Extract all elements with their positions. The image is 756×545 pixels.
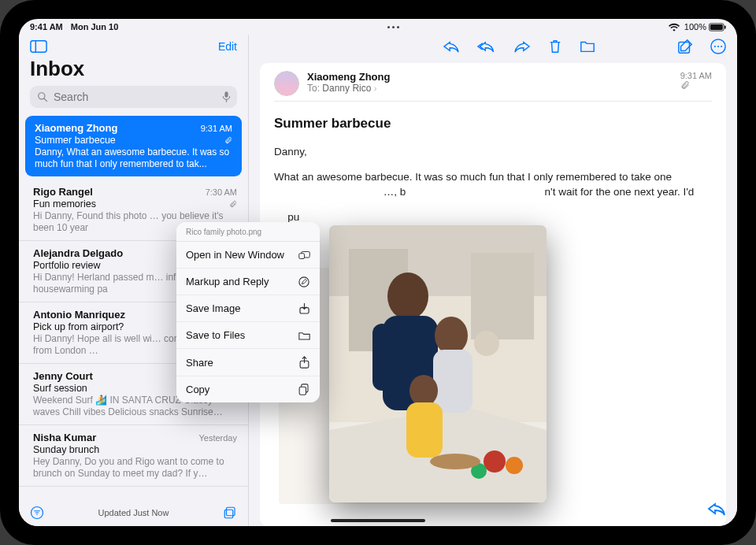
search-icon (37, 91, 48, 102)
svg-rect-2 (724, 25, 726, 28)
screen: 9:41 AM Mon Jun 10 100% (19, 19, 737, 526)
svg-point-19 (721, 46, 722, 47)
svg-rect-38 (298, 253, 304, 258)
list-item-sender: Alejandra Delgado (33, 247, 123, 259)
attachment-icon (229, 200, 237, 208)
list-item-subject: Summer barbecue (35, 135, 116, 146)
new-window-button[interactable] (223, 506, 237, 520)
folder-icon (298, 331, 310, 340)
copy-icon (298, 384, 310, 395)
move-button[interactable] (580, 39, 595, 54)
reply-fab-button[interactable] (707, 501, 726, 517)
svg-point-18 (717, 46, 719, 47)
svg-rect-7 (224, 91, 228, 98)
svg-rect-23 (471, 253, 534, 339)
svg-point-33 (506, 457, 523, 474)
more-button[interactable] (710, 39, 726, 54)
list-item-time: Yesterday (198, 433, 237, 443)
message-subject: Summer barbecue (274, 116, 712, 132)
svg-point-32 (484, 450, 506, 473)
multitasking-dots[interactable] (387, 26, 399, 28)
context-menu-save-files[interactable]: Save to Files (176, 322, 320, 349)
svg-line-6 (44, 98, 47, 102)
attachment-icon (680, 80, 712, 90)
list-item-time: 9:31 AM (201, 124, 232, 133)
reply-button[interactable] (443, 39, 460, 54)
list-item-preview: Hey Danny, Do you and Rigo want to come … (33, 456, 237, 480)
sidebar-footer: Updated Just Now (19, 499, 248, 526)
status-bar: 9:41 AM Mon Jun 10 100% (19, 19, 737, 35)
svg-rect-14 (224, 510, 233, 518)
status-date: Mon Jun 10 (71, 22, 119, 32)
compose-button[interactable] (677, 39, 693, 54)
share-icon (298, 356, 310, 369)
edit-button[interactable]: Edit (218, 40, 237, 53)
context-menu-open-new-window[interactable]: Open in New Window (176, 242, 320, 269)
svg-point-35 (430, 454, 480, 469)
list-item-preview: Danny, What an awesome barbecue. It was … (35, 146, 232, 170)
context-menu: Rico family photo.png Open in New Window… (176, 222, 320, 402)
filter-button[interactable] (30, 506, 44, 520)
svg-point-39 (299, 276, 309, 286)
reply-all-button[interactable] (477, 39, 496, 54)
chevron-right-icon: › (374, 83, 377, 93)
avatar[interactable] (274, 71, 299, 96)
context-menu-share[interactable]: Share (176, 349, 320, 376)
attachment-icon (224, 136, 232, 144)
context-menu-save-image[interactable]: Save Image (176, 295, 320, 322)
message-sender[interactable]: Xiaomeng Zhong (307, 71, 390, 83)
list-item[interactable]: Nisha KumarYesterday Sunday brunch Hey D… (19, 425, 248, 487)
svg-point-28 (435, 317, 468, 354)
battery-percent: 100% (684, 22, 706, 32)
context-menu-markup-reply[interactable]: Markup and Reply (176, 269, 320, 295)
list-item-sender: Antonio Manriquez (33, 309, 125, 321)
markup-icon (298, 276, 310, 287)
toolbar (249, 35, 737, 58)
list-item-sender: Jenny Court (33, 370, 93, 382)
ipad-frame: 9:41 AM Mon Jun 10 100% (0, 0, 756, 545)
context-menu-filename: Rico family photo.png (176, 222, 320, 242)
svg-rect-1 (710, 24, 723, 30)
svg-rect-29 (433, 350, 472, 413)
svg-point-17 (714, 46, 716, 47)
svg-point-30 (410, 375, 438, 406)
updated-label: Updated Just Now (44, 508, 223, 517)
message-body: Danny, What an awesome barbecue. It was … (274, 144, 712, 224)
trash-button[interactable] (548, 39, 562, 54)
wifi-icon (669, 23, 680, 32)
list-item-sender: Rigo Rangel (33, 186, 93, 198)
new-window-icon (298, 250, 310, 260)
search-input[interactable] (30, 86, 237, 108)
svg-rect-13 (227, 507, 235, 516)
list-item-sender: Xiaomeng Zhong (35, 122, 117, 134)
page-title: Inbox (19, 54, 248, 86)
svg-rect-27 (372, 324, 391, 391)
search-field[interactable] (30, 86, 237, 108)
forward-button[interactable] (513, 39, 531, 54)
list-item-sender: Nisha Kumar (33, 432, 96, 443)
context-menu-copy[interactable]: Copy (176, 376, 320, 402)
sidebar-toggle-button[interactable] (30, 39, 47, 54)
svg-rect-43 (299, 387, 306, 395)
attachment-preview-image[interactable] (329, 225, 547, 502)
svg-rect-3 (31, 41, 46, 53)
status-time: 9:41 AM (30, 22, 63, 32)
save-image-icon (298, 302, 310, 314)
svg-point-36 (474, 331, 499, 356)
home-indicator[interactable] (331, 519, 425, 522)
svg-point-25 (387, 272, 428, 320)
list-item-subject: Sunday brunch (33, 444, 237, 455)
message-recipients[interactable]: To: Danny Rico › (307, 83, 390, 94)
battery-icon (709, 23, 726, 32)
svg-rect-31 (406, 402, 443, 458)
svg-point-5 (39, 93, 45, 99)
message-time: 9:31 AM (680, 71, 712, 80)
list-item[interactable]: Xiaomeng Zhong 9:31 AM Summer barbecue D… (25, 116, 242, 176)
mic-icon[interactable] (222, 91, 231, 103)
list-item-time: 7:30 AM (206, 187, 237, 197)
list-item-subject: Fun memories (33, 198, 96, 209)
